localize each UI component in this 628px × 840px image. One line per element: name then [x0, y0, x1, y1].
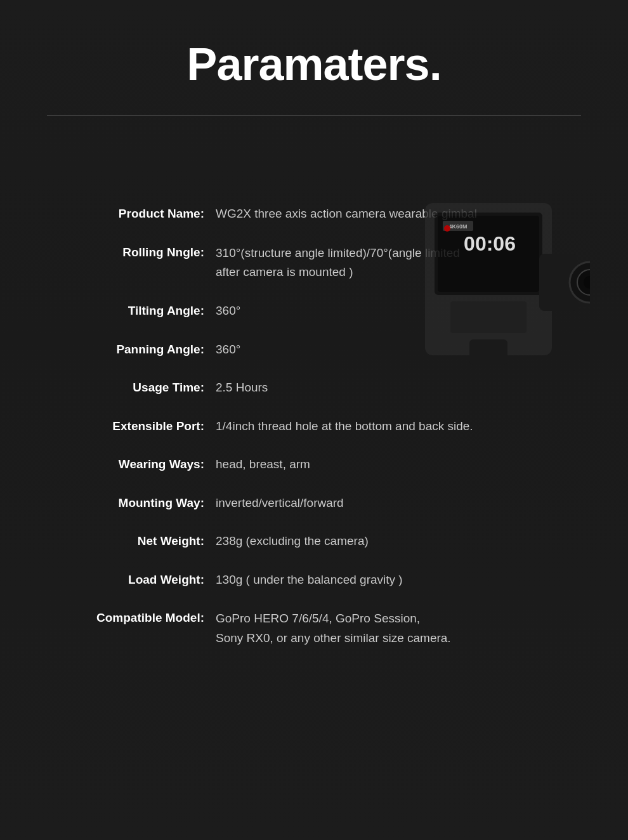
- spec-value: 238g (excluding the camera): [216, 532, 577, 551]
- spec-row: Load Weight:130g ( under the balanced gr…: [0, 571, 628, 589]
- spec-row: Net Weight: 238g (excluding the camera): [0, 532, 628, 551]
- divider: [47, 115, 581, 116]
- spec-value: head, breast, arm: [216, 456, 577, 474]
- spec-label: Usage Time:: [51, 379, 216, 397]
- spec-label: Product Name:: [51, 205, 216, 223]
- spec-label: Wearing Ways:: [51, 456, 216, 474]
- spec-value: 2.5 Hours: [216, 379, 577, 397]
- camera-image: 4K60M 00:06: [387, 178, 590, 381]
- spec-row: Usage Time:2.5 Hours: [0, 379, 628, 397]
- spec-label: Tilting Angle:: [51, 302, 216, 320]
- page-title: Paramaters.: [0, 38, 628, 90]
- spec-row: Mounting Way:inverted/vertical/forward: [0, 494, 628, 513]
- spec-label: Panning Angle:: [51, 341, 216, 359]
- svg-text:4K60M: 4K60M: [448, 223, 467, 230]
- spec-label: Load Weight:: [51, 571, 216, 589]
- spec-label: Extensible Port:: [51, 417, 216, 436]
- camera-svg: 4K60M 00:06: [387, 178, 590, 381]
- spec-row: Compatible Model:GoPro HERO 7/6/5/4, GoP…: [0, 609, 628, 648]
- spec-label: Net Weight:: [51, 532, 216, 551]
- page-container: Paramaters. 4K60M 00:06: [0, 0, 628, 840]
- spec-row: Wearing Ways:head, breast, arm: [0, 456, 628, 474]
- spec-label: Mounting Way:: [51, 494, 216, 513]
- spec-label: Rolling Nngle:: [51, 244, 216, 262]
- svg-text:00:06: 00:06: [464, 232, 516, 255]
- spec-value: 130g ( under the balanced gravity ): [216, 571, 577, 589]
- spec-value: inverted/vertical/forward: [216, 494, 577, 513]
- spec-row: Extensible Port:1/4inch thread hole at t…: [0, 417, 628, 436]
- title-section: Paramaters.: [0, 0, 628, 109]
- spec-value: 1/4inch thread hole at the bottom and ba…: [216, 417, 577, 436]
- spec-label: Compatible Model:: [51, 609, 216, 627]
- svg-rect-12: [469, 339, 507, 365]
- svg-point-6: [444, 225, 450, 232]
- svg-rect-7: [450, 301, 527, 333]
- spec-value: GoPro HERO 7/6/5/4, GoPro Session,Sony R…: [216, 609, 577, 648]
